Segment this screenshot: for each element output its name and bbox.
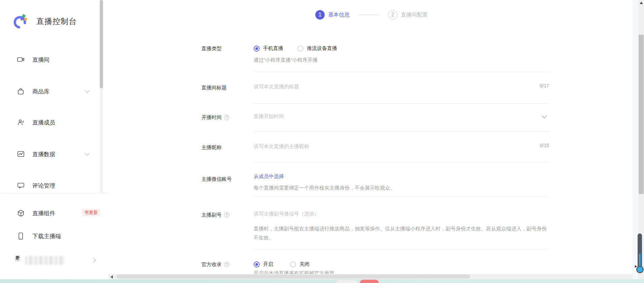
row-divider [254, 197, 550, 197]
live-type-label: 直播类型 [201, 45, 222, 52]
select-chevron-down-icon[interactable] [542, 115, 547, 119]
account-row[interactable]: 爱 AIBA [0, 253, 108, 268]
chevron-down-icon [85, 90, 90, 93]
chart-icon [17, 150, 25, 158]
sidebar-divider [0, 193, 108, 193]
sidebar-scrollbar-thumb[interactable] [100, 0, 103, 88]
sub-account-hint: 直播时，主播副号能在主播端进行推送商品，抽奖等操作。仅从主播端小程序进入时，副号… [254, 224, 551, 242]
sub-account-label: 主播副号 ? [201, 211, 229, 218]
app-logo-icon [13, 13, 28, 29]
scroll-up-arrow[interactable] [640, 2, 643, 4]
video-camera-icon [17, 56, 25, 64]
nickname-counter: 0/15 [540, 143, 549, 148]
sidebar: 直播控制台 直播间 商品库 直播 [0, 0, 108, 283]
room-title-label: 直播间标题 [201, 84, 227, 91]
radio-push-device-live[interactable] [297, 46, 303, 52]
phone-icon [17, 232, 25, 240]
update-badge: 有更新 [82, 209, 100, 216]
sidebar-item-label: 下载主播端 [32, 232, 61, 240]
row-divider [254, 72, 550, 72]
comment-icon [17, 181, 25, 190]
start-time-input[interactable] [254, 113, 489, 119]
step-2-label: 直播间配置 [401, 11, 428, 19]
radio-phone-live-label[interactable]: 手机直播 [263, 45, 283, 52]
sidebar-item-label: 直播间 [32, 56, 50, 64]
sidebar-item-label: 直播成员 [32, 119, 55, 126]
step-1-circle: 1 [315, 10, 325, 20]
chevron-right-icon [93, 258, 96, 263]
host-wechat-hint: 每个直播间需要绑定一个用作核实主播身份，不会展示给观众。 [254, 185, 395, 191]
scroll-left-arrow[interactable] [110, 275, 113, 279]
radio-official-off-label[interactable]: 关闭 [299, 261, 310, 267]
official-radio-group: 开启 关闭 [254, 261, 310, 267]
room-title-counter: 0/17 [540, 83, 549, 88]
scroll-progress-widget[interactable] [637, 233, 644, 277]
step-1-label: 基本信息 [328, 11, 350, 19]
vertical-scrollbar-thumb[interactable] [639, 35, 644, 194]
sidebar-item-label: 商品库 [32, 88, 50, 95]
sidebar-item-label: 直播数据 [32, 150, 55, 158]
sidebar-item-comment-management[interactable]: 评论管理 [0, 178, 108, 193]
sub-account-input[interactable] [254, 211, 530, 217]
footer-secondary-button-clipped[interactable] [336, 280, 358, 283]
sidebar-item-download-host-client[interactable]: 下载主播端 [0, 229, 108, 244]
shopping-bag-icon [17, 87, 25, 95]
live-type-hint: 通过“小程序直播”小程序开播 [254, 57, 318, 63]
live-type-radio-group: 手机直播 推流设备直播 [254, 45, 337, 52]
horizontal-scrollbar-thumb[interactable] [117, 275, 470, 279]
room-title-input[interactable] [254, 84, 489, 89]
sidebar-item-label: 直播组件 [32, 209, 55, 217]
radio-official-off[interactable] [290, 261, 296, 267]
sidebar-item-live-members[interactable]: 直播成员 [0, 115, 108, 130]
account-logo: 爱 AIBA [13, 256, 22, 265]
help-icon[interactable]: ? [224, 262, 229, 267]
account-name-blurred [25, 256, 65, 265]
step-connector [358, 15, 379, 15]
account-logo-subtext: AIBA [13, 260, 22, 262]
sidebar-item-live-data[interactable]: 直播数据 [0, 147, 108, 162]
stepper: 1 基本信息 2 直播间配置 [315, 10, 428, 20]
chevron-down-icon [85, 153, 90, 156]
app-title: 直播控制台 [36, 16, 77, 27]
official-label: 官方收录 ? [201, 261, 229, 268]
nickname-input[interactable] [254, 143, 489, 149]
nickname-label: 主播昵称 [201, 144, 222, 151]
row-divider [254, 104, 550, 104]
thermometer-bulb-icon [636, 266, 644, 273]
sidebar-item-label: 评论管理 [32, 182, 55, 190]
row-divider [254, 249, 550, 249]
sidebar-item-product-library[interactable]: 商品库 [0, 84, 108, 99]
help-icon[interactable]: ? [224, 115, 229, 120]
sidebar-item-live-components[interactable]: 直播组件 有更新 [0, 206, 108, 221]
cube-icon [17, 209, 25, 217]
footer-primary-button-clipped[interactable] [360, 280, 379, 283]
members-icon [17, 118, 25, 126]
taskbar-edge [0, 279, 644, 283]
radio-official-on-label[interactable]: 开启 [263, 261, 273, 267]
row-divider [254, 132, 550, 132]
start-time-label-text: 开播时间 [201, 114, 222, 121]
official-label-text: 官方收录 [201, 261, 222, 268]
radio-phone-live[interactable] [254, 46, 260, 52]
radio-push-device-live-label[interactable]: 推流设备直播 [307, 45, 337, 52]
start-time-label: 开播时间 ? [201, 114, 229, 121]
radio-official-on[interactable] [254, 261, 260, 267]
help-icon[interactable]: ? [224, 212, 229, 218]
row-divider [254, 162, 550, 162]
step-2-circle: 2 [388, 10, 397, 20]
app-logo-row: 直播控制台 [13, 13, 77, 29]
horizontal-scrollbar[interactable] [108, 274, 633, 279]
select-from-members-link[interactable]: 从成员中选择 [254, 173, 284, 180]
sidebar-item-live-room[interactable]: 直播间 [0, 52, 108, 67]
host-wechat-label: 主播微信账号 [201, 176, 232, 182]
live-console-screen: 直播控制台 直播间 商品库 直播 [0, 0, 644, 283]
sub-account-label-text: 主播副号 [201, 212, 222, 218]
